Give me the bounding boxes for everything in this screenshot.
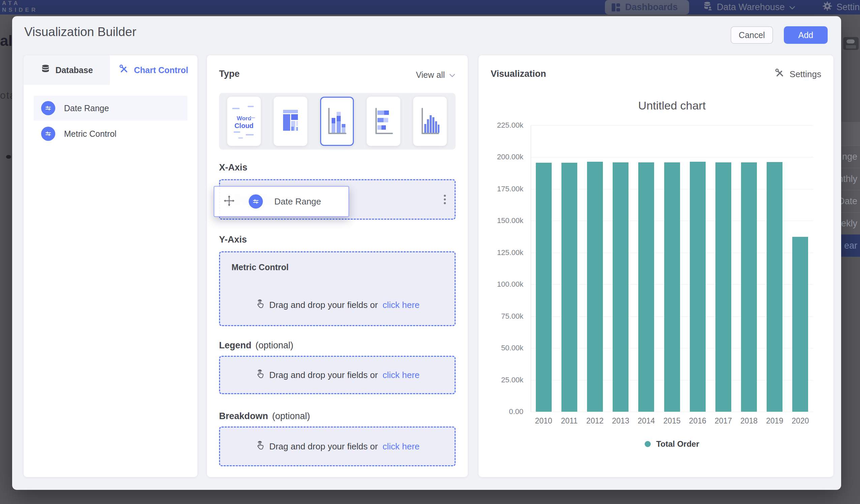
- chevron-down-icon: [449, 70, 456, 80]
- histogram-icon: [419, 105, 441, 138]
- view-all-dropdown[interactable]: View all: [416, 70, 456, 80]
- database-icon: [40, 64, 51, 76]
- background-page-title-fragment: al: [0, 32, 13, 49]
- sliders-icon: [41, 101, 55, 115]
- bar-2019[interactable]: [766, 162, 783, 412]
- nav-data-warehouse-label: Data Warehouse: [717, 2, 785, 13]
- background-bullet-fragment: [6, 155, 11, 159]
- treemap-icon: [280, 105, 301, 138]
- legend-section-label: Legend (optional): [219, 340, 293, 351]
- x-tick-label: 2019: [762, 416, 788, 426]
- x-tick-label: 2012: [582, 416, 607, 426]
- y-tick-label: 200.00k: [483, 153, 524, 161]
- tab-database[interactable]: Database: [24, 55, 110, 85]
- hand-tap-icon: [255, 440, 264, 453]
- view-all-label: View all: [416, 70, 445, 80]
- legend-marker: [645, 441, 651, 447]
- visualization-header: Visualization: [491, 69, 546, 79]
- x-tick-label: 2015: [659, 416, 685, 426]
- hand-tap-icon: [255, 299, 264, 312]
- y-tick-label: 150.00k: [483, 216, 524, 225]
- sliders-icon: [41, 127, 55, 141]
- field-item-label: Date Range: [64, 103, 109, 113]
- x-tick-label: 2020: [788, 416, 813, 426]
- bar-2010[interactable]: [536, 163, 551, 412]
- nav-item-settings[interactable]: Settings: [822, 0, 860, 14]
- breakdown-dropzone[interactable]: Drag and drop your fields or click here: [219, 427, 456, 466]
- gridline: [531, 125, 813, 126]
- visualization-builder-modal: Visualization Builder Cancel Add Databas…: [12, 16, 841, 490]
- y-tick-label: 125.00k: [483, 248, 524, 257]
- chart-type-selector: Word Cloud: [219, 93, 456, 149]
- tools-icon: [775, 68, 785, 81]
- save-icon[interactable]: [843, 37, 859, 50]
- nav-item-data-warehouse[interactable]: Data Warehouse: [703, 0, 796, 14]
- y-tick-label: 25.00k: [483, 376, 524, 385]
- legend-dropzone[interactable]: Drag and drop your fields or click here: [219, 356, 456, 394]
- top-nav-bar: ATA NSIDER Dashboards Data Warehouse Set…: [0, 0, 860, 14]
- y-tick-label: 75.00k: [483, 312, 524, 321]
- x-tick-label: 2017: [711, 416, 736, 426]
- x-tick-label: 2014: [633, 416, 659, 426]
- y-tick-label: 225.00k: [483, 121, 524, 130]
- background-dropdown-header-fragment: [838, 122, 860, 146]
- gridline: [531, 157, 813, 157]
- bar-2020[interactable]: [792, 237, 808, 412]
- brand-line1: ATA: [2, 0, 38, 7]
- chart-type-treemap[interactable]: [274, 97, 307, 146]
- x-tick-label: 2010: [531, 416, 556, 426]
- y-tick-label: 0.00: [483, 407, 524, 416]
- x-tick-label: 2013: [608, 416, 633, 426]
- chevron-down-icon: [789, 2, 796, 13]
- x-tick-label: 2016: [685, 416, 711, 426]
- chart-settings-label: Settings: [790, 69, 821, 80]
- stacked-bar-icon: [373, 105, 394, 138]
- move-icon: [223, 195, 235, 208]
- bar-2014[interactable]: [638, 162, 654, 412]
- nav-tab-dashboards[interactable]: Dashboards: [605, 0, 689, 14]
- add-button[interactable]: Add: [784, 26, 828, 44]
- brand-line2: NSIDER: [2, 7, 38, 13]
- chart-type-stacked-bar[interactable]: [367, 97, 400, 146]
- bar-chart-plot: 225.00k200.00k175.00k150.00k125.00k100.0…: [531, 125, 813, 412]
- chart-type-word-cloud[interactable]: Word Cloud: [227, 97, 261, 146]
- fields-panel: Database Chart Control Date Range Metric…: [24, 55, 198, 477]
- click-here-link[interactable]: click here: [383, 300, 419, 310]
- bar-2015[interactable]: [664, 162, 680, 412]
- sliders-icon: [249, 195, 263, 208]
- y-axis-dropzone[interactable]: Metric Control Drag and drop your fields…: [219, 251, 456, 326]
- drop-hint: Drag and drop your fields or click here: [220, 428, 455, 465]
- field-item-label: Metric Control: [64, 129, 117, 139]
- x-tick-label: 2018: [736, 416, 762, 426]
- nav-settings-label: Settings: [836, 2, 860, 13]
- field-item-metric-control[interactable]: Metric Control: [34, 121, 187, 146]
- y-axis-line: [531, 125, 531, 412]
- cancel-button[interactable]: Cancel: [731, 26, 773, 44]
- gridline: [531, 412, 813, 412]
- tab-chart-control[interactable]: Chart Control: [110, 55, 198, 85]
- data-warehouse-icon: [703, 1, 713, 13]
- stacked-column-icon: [326, 105, 348, 138]
- click-here-link[interactable]: click here: [383, 370, 419, 380]
- field-item-date-range[interactable]: Date Range: [34, 96, 187, 120]
- bar-2012[interactable]: [587, 162, 603, 412]
- chart-title: Untitled chart: [531, 99, 813, 112]
- bar-2011[interactable]: [561, 163, 577, 412]
- fields-panel-tabs: Database Chart Control: [24, 55, 198, 85]
- y-axis-section-label: Y-Axis: [219, 234, 247, 245]
- y-tick-label: 175.00k: [483, 185, 524, 193]
- bar-2013[interactable]: [613, 162, 629, 412]
- bar-2016[interactable]: [690, 162, 706, 412]
- bar-2018[interactable]: [741, 162, 757, 412]
- tab-database-label: Database: [55, 66, 93, 75]
- chart-type-histogram[interactable]: [413, 97, 447, 146]
- hand-tap-icon: [255, 369, 264, 382]
- chart-legend: Total Order: [531, 439, 813, 449]
- click-here-link[interactable]: click here: [383, 441, 419, 452]
- breakdown-section-label: Breakdown (optional): [219, 411, 310, 421]
- chart-type-stacked-column[interactable]: [320, 97, 354, 146]
- bar-2017[interactable]: [715, 162, 731, 412]
- chart-settings-button[interactable]: Settings: [775, 68, 821, 81]
- dragged-field-chip[interactable]: Date Range: [214, 186, 349, 217]
- kebab-menu-icon[interactable]: [444, 195, 446, 204]
